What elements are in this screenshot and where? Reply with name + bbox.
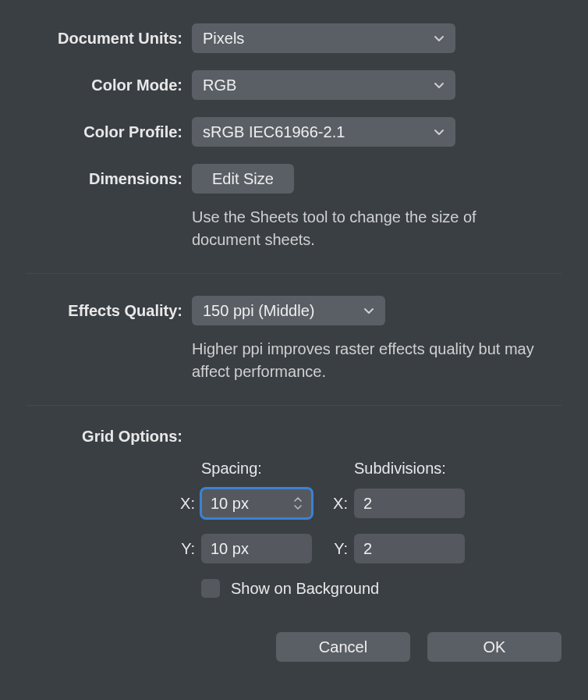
settings-panel: Document Units: Pixels Color Mode: RGB C… [0, 0, 588, 598]
effects-quality-value: 150 ppi (Middle) [203, 302, 314, 320]
show-on-background-row: Show on Background [201, 579, 561, 598]
chevron-down-icon [434, 126, 445, 137]
color-mode-value: RGB [203, 76, 236, 94]
effects-quality-row: Effects Quality: 150 ppi (Middle) [27, 296, 561, 325]
spacing-x-value: 10 px [211, 495, 249, 513]
subdiv-x-label: X: [329, 495, 354, 513]
ok-label: OK [484, 638, 506, 656]
color-mode-row: Color Mode: RGB [27, 70, 561, 100]
effects-help-text: Higher ppi improves raster effects quali… [192, 338, 535, 383]
spacing-header: Spacing: [201, 460, 354, 478]
grid-options-label: Grid Options: [27, 428, 192, 446]
chevron-down-icon [363, 305, 374, 316]
spacing-x-input[interactable]: 10 px [201, 489, 312, 518]
color-mode-label: Color Mode: [27, 76, 192, 94]
grid-headers: Spacing: Subdivisions: [201, 460, 561, 478]
document-units-value: Pixels [203, 30, 244, 48]
spacing-y-input[interactable]: 10 px [201, 534, 312, 563]
subdiv-x-input[interactable]: 2 [354, 489, 465, 518]
grid-options-row: Grid Options: [27, 428, 561, 446]
document-units-select[interactable]: Pixels [192, 23, 455, 53]
cancel-button[interactable]: Cancel [276, 632, 410, 662]
divider [27, 405, 561, 406]
subdiv-y-input[interactable]: 2 [354, 534, 465, 563]
subdiv-y-label: Y: [329, 540, 354, 558]
edit-size-button[interactable]: Edit Size [192, 164, 294, 194]
dimensions-row: Dimensions: Edit Size [27, 164, 561, 194]
color-profile-label: Color Profile: [27, 123, 192, 141]
cancel-label: Cancel [319, 638, 367, 656]
show-on-background-checkbox[interactable] [201, 579, 220, 598]
color-profile-value: sRGB IEC61966-2.1 [203, 123, 345, 141]
spacing-y-value: 10 px [211, 540, 249, 558]
grid-y-row: Y: 10 px Y: 2 [201, 534, 561, 563]
effects-quality-select[interactable]: 150 ppi (Middle) [192, 296, 385, 325]
subdivisions-header: Subdivisions: [354, 460, 507, 478]
spacing-x-label: X: [176, 495, 201, 513]
subdiv-y-value: 2 [363, 540, 372, 558]
dimensions-help-text: Use the Sheets tool to change the size o… [192, 206, 519, 251]
dialog-footer: Cancel OK [0, 598, 588, 662]
effects-quality-label: Effects Quality: [27, 302, 192, 320]
spacing-y-label: Y: [176, 540, 201, 558]
grid-area: Spacing: Subdivisions: X: 10 px X: 2 Y: [201, 460, 561, 598]
document-units-label: Document Units: [27, 30, 192, 48]
show-on-background-label: Show on Background [231, 580, 379, 598]
stepper-icon[interactable] [293, 496, 303, 510]
dimensions-help-row: Use the Sheets tool to change the size o… [27, 201, 561, 251]
color-profile-row: Color Profile: sRGB IEC61966-2.1 [27, 117, 561, 147]
edit-size-label: Edit Size [212, 170, 274, 188]
chevron-down-icon [434, 33, 445, 44]
chevron-down-icon [434, 80, 445, 91]
subdiv-x-value: 2 [363, 495, 372, 513]
ok-button[interactable]: OK [427, 632, 561, 662]
color-mode-select[interactable]: RGB [192, 70, 455, 100]
grid-x-row: X: 10 px X: 2 [201, 489, 561, 518]
divider [27, 273, 561, 274]
color-profile-select[interactable]: sRGB IEC61966-2.1 [192, 117, 455, 147]
document-units-row: Document Units: Pixels [27, 23, 561, 53]
effects-help-row: Higher ppi improves raster effects quali… [27, 333, 561, 383]
dimensions-label: Dimensions: [27, 170, 192, 188]
